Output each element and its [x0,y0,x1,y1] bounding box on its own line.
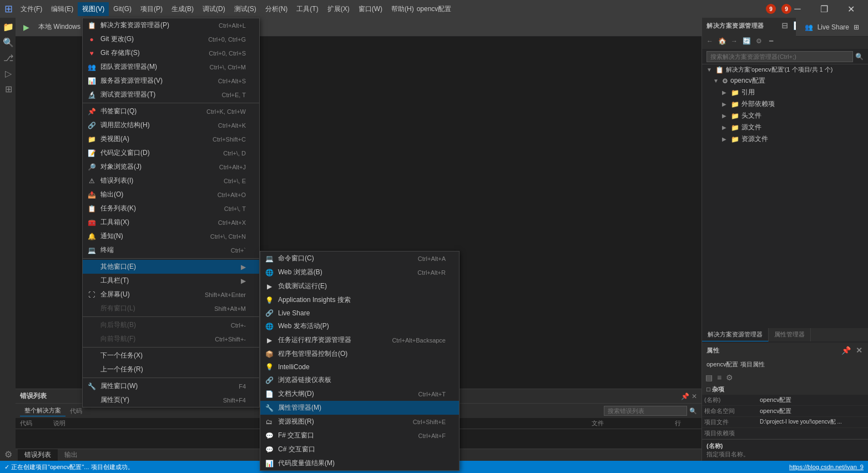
submenu-live-share[interactable]: 🔗 Live Share [260,307,459,319]
submenu-web-publish[interactable]: 🌐 Web 发布活动(P) [260,319,459,333]
close-button[interactable]: ✕ [838,0,864,18]
collapse-all-icon[interactable]: ⊟ [780,20,790,31]
menu-debug[interactable]: 调试(D) [198,2,230,16]
menu-notifications[interactable]: 🔔 通知(N) Ctrl+\, Ctrl+N [83,229,259,243]
props-pin-icon[interactable]: 📌 [840,345,852,356]
sol-settings-btn[interactable]: ⚙ [753,36,764,47]
tab-output[interactable]: 输出 [58,449,84,461]
menu-tools[interactable]: 工具(T) [292,2,322,16]
menu-terminal[interactable]: 💻 终端 Ctrl+` [83,243,259,257]
menu-toolbox[interactable]: 🧰 工具箱(X) Ctrl+Alt+X [83,215,259,229]
browser-link-icon: 🔗 [265,376,274,385]
submenu-task-runner[interactable]: ▶ 任务运行程序资源管理器 Ctrl+Alt+Backsapce [260,333,459,347]
git-changes-icon: ● [87,35,96,44]
activity-explorer[interactable]: 📁 [1,20,14,33]
error-panel-pin[interactable]: 📌 [681,393,689,400]
tab-error-list[interactable]: 错误列表 [18,449,58,461]
submenu-code-metrics[interactable]: 📊 代码度量值结果(M) [260,456,459,470]
tree-external-deps[interactable]: ▶ 📁 外部依赖项 [702,98,868,110]
submenu-load-test[interactable]: ▶ 负载测试运行(E) [260,279,459,293]
sol-home-btn[interactable]: 🏠 [716,36,728,47]
submenu-app-insights[interactable]: 💡 Application Insights 搜索 [260,293,459,307]
menu-next-task[interactable]: 下一个任务(X) [83,349,259,363]
submenu-csharp[interactable]: 💬 C# 交互窗口 [260,442,459,456]
menu-project[interactable]: 项目(P) [136,2,167,16]
activity-git[interactable]: ⎇ [1,51,14,64]
menu-test[interactable]: 测试(S) [230,2,261,16]
tree-header-files[interactable]: ▶ 📁 头文件 [702,110,868,122]
menu-output[interactable]: 📤 输出(O) Ctrl+Alt+O [83,188,259,202]
menu-help[interactable]: 帮助(H) [387,2,418,16]
error-panel-close[interactable]: ✕ [692,393,697,400]
menu-properties-window[interactable]: 🔧 属性窗口(W) F4 [83,379,259,393]
sol-tab-property-manager[interactable]: 属性管理器 [769,328,811,341]
menu-class-view[interactable]: 📁 类视图(A) Ctrl+Shift+C [83,132,259,146]
menu-error-list[interactable]: ⚠ 错误列表(I) Ctrl+\, E [83,174,259,188]
submenu-package-manager[interactable]: 📦 程序包管理器控制台(O) [260,347,459,361]
menu-task-list[interactable]: 📋 任务列表(K) Ctrl+\, T [83,202,259,215]
sol-sync-btn[interactable]: 🔄 [741,36,752,47]
menu-call-hierarchy[interactable]: 🔗 调用层次结构(H) Ctrl+Alt+K [83,118,259,132]
menu-fullscreen[interactable]: ⛶ 全屏幕(U) Shift+Alt+Enter [83,288,259,301]
sol-property-btn[interactable]: ━ [765,36,776,47]
submenu-fsharp[interactable]: 💬 F# 交互窗口 Ctrl+Alt+F [260,429,459,442]
menu-git-changes[interactable]: ● Git 更改(G) Ctrl+0, Ctrl+G [83,32,259,46]
menu-view[interactable]: 视图(V) [78,2,109,16]
props-desc-value: 指定项目名称。 [706,450,864,459]
sol-forward-btn[interactable]: → [729,36,740,47]
status-link[interactable]: https://blog.csdn.net/ivan_9 [789,464,864,470]
notification-count-badge[interactable]: 9 [781,4,791,14]
menu-team-explorer[interactable]: 👥 团队资源管理器(M) Ctrl+\, Ctrl+M [83,60,259,74]
activity-settings[interactable]: ⚙ [1,447,14,461]
submenu-intellicode[interactable]: 💡 IntelliCode [260,361,459,373]
props-close-icon[interactable]: ✕ [855,345,864,356]
menu-window[interactable]: 窗口(W) [354,2,387,16]
menu-analyze[interactable]: 分析(N) [261,2,292,16]
sol-tab-explorer[interactable]: 解决方案资源管理器 [702,328,769,341]
menu-solution-explorer[interactable]: 📋 解决方案资源管理器(P) Ctrl+Alt+L [83,18,259,32]
bookmark-icon: 📌 [87,107,96,116]
menu-test-explorer[interactable]: 🔬 测试资源管理器(T) Ctrl+E, T [83,88,259,102]
props-setting-icon[interactable]: ⚙ [725,372,734,383]
menu-edit[interactable]: 编辑(E) [47,2,78,16]
menu-toolbars[interactable]: 工具栏(T) ▶ [83,274,259,288]
sol-back-btn[interactable]: ← [704,36,715,47]
debug-run-button[interactable]: ▶ [20,21,33,33]
props-category-icon[interactable]: ≡ [716,372,723,383]
tree-solution[interactable]: ▼ 📋 解决方案'opencv配置'(1 个项目/共 1 个) [702,64,868,75]
restore-button[interactable]: ❐ [811,0,837,18]
nav-back-icon [87,321,96,330]
props-grid-icon[interactable]: ▤ [704,372,714,383]
menu-other-windows[interactable]: 其他窗口(E) ▶ [83,260,259,274]
activity-search[interactable]: 🔍 [1,36,14,49]
menu-code-definition[interactable]: 📝 代码定义窗口(D) Ctrl+\, D [83,146,259,160]
menu-git-repo[interactable]: ♥ Git 存储库(S) Ctrl+0, Ctrl+S [83,46,259,60]
menu-extension[interactable]: 扩展(X) [323,2,354,16]
submenu-property-manager[interactable]: 🔧 属性管理器(M) [260,401,459,415]
menu-bookmark[interactable]: 📌 书签窗口(Q) Ctrl+K, Ctrl+W [83,104,259,118]
menu-git[interactable]: Git(G) [109,3,136,15]
error-filter-solution[interactable]: 整个解决方案 [20,405,65,416]
error-filter-code[interactable]: 代码 [70,407,82,415]
error-search-input[interactable] [604,406,687,416]
tree-project[interactable]: ▼ ⚙ opencv配置 [702,75,868,87]
submenu-web-browser[interactable]: 🌐 Web 浏览器(B) Ctrl+Alt+R [260,265,459,279]
submenu-cmd-window[interactable]: 💻 命令窗口(C) Ctrl+Alt+A [260,251,459,265]
tree-resource-files[interactable]: ▶ 📁 资源文件 [702,133,868,145]
submenu-resource-view[interactable]: 🗂 资源视图(R) Ctrl+Shift+E [260,415,459,429]
menu-build[interactable]: 生成(B) [167,2,198,16]
tree-source-files[interactable]: ▶ 📁 源文件 [702,122,868,133]
menu-prev-task[interactable]: 上一个任务(R) [83,363,259,376]
menu-file[interactable]: 文件(F) [16,2,47,16]
menu-object-browser[interactable]: 🔎 对象浏览器(J) Ctrl+Alt+J [83,160,259,174]
solution-search-input[interactable] [706,51,853,62]
submenu-doc-outline[interactable]: 📄 文档大纲(D) Ctrl+Alt+T [260,387,459,401]
activity-debug[interactable]: ▷ [1,67,14,80]
menu-server-explorer[interactable]: 📊 服务器资源管理器(V) Ctrl+Alt+S [83,74,259,88]
submenu-browser-link[interactable]: 🔗 浏览器链接仪表板 [260,373,459,387]
activity-extensions[interactable]: ⊞ [1,82,14,95]
menu-property-pages[interactable]: 属性页(Y) Shift+F4 [83,393,259,407]
tree-references[interactable]: ▶ 📁 引用 [702,87,868,98]
live-share-label[interactable]: Live Share [817,23,849,31]
notification-badge[interactable]: 9 [766,4,776,14]
